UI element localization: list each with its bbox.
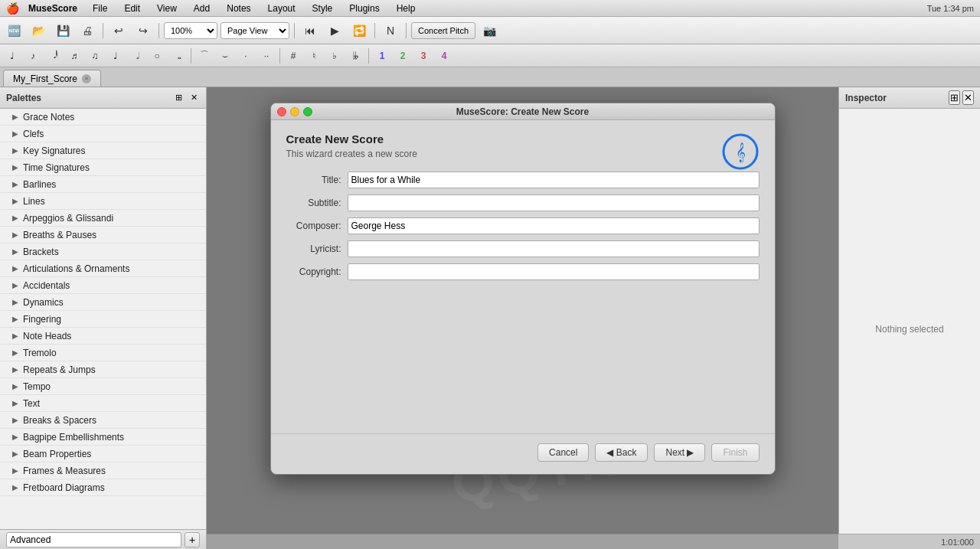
finish-button[interactable]: Finish xyxy=(711,443,759,462)
duration-32-btn[interactable]: ♬ xyxy=(65,47,83,65)
lyricist-field[interactable] xyxy=(348,240,760,257)
menu-help[interactable]: Help xyxy=(394,2,419,15)
voice-num1[interactable]: 1 xyxy=(373,47,391,65)
maximize-window-btn[interactable] xyxy=(303,107,312,116)
voice2-btn[interactable]: ♪ xyxy=(24,47,42,65)
new-btn[interactable]: 🆕 xyxy=(3,21,24,41)
double-dot-btn[interactable]: ·· xyxy=(257,47,276,65)
palette-item-label: Breaths & Pauses xyxy=(23,230,96,240)
open-btn[interactable]: 📂 xyxy=(28,21,49,41)
palette-barlines[interactable]: ▶ Barlines xyxy=(0,176,206,193)
apple-menu[interactable]: 🍎 xyxy=(6,2,19,15)
palette-breaks[interactable]: ▶ Breaks & Spacers xyxy=(0,412,206,429)
palettes-expand-btn[interactable]: ⊞ xyxy=(172,92,185,104)
duration-4-btn[interactable]: 𝅗𝅥 xyxy=(127,47,145,65)
subtitle-field[interactable] xyxy=(348,194,760,211)
close-window-btn[interactable] xyxy=(277,107,286,116)
natural-btn[interactable]: ♮ xyxy=(305,47,323,65)
palette-accidentals[interactable]: ▶ Accidentals xyxy=(0,277,206,294)
palette-fingering[interactable]: ▶ Fingering xyxy=(0,311,206,328)
palette-articulations[interactable]: ▶ Articulations & Ornaments xyxy=(0,260,206,277)
voice1-btn[interactable]: ♩ xyxy=(3,47,21,65)
note-sep2 xyxy=(279,48,280,64)
cancel-button[interactable]: Cancel xyxy=(537,443,589,462)
menu-view[interactable]: View xyxy=(154,2,180,15)
tab-close-btn[interactable]: × xyxy=(82,74,91,83)
title-field[interactable] xyxy=(348,172,760,188)
tie-btn[interactable]: ⌣ xyxy=(216,47,234,65)
palette-dynamics[interactable]: ▶ Dynamics xyxy=(0,294,206,311)
duration-16-btn[interactable]: ♫ xyxy=(86,47,104,65)
palette-clefs[interactable]: ▶ Clefs xyxy=(0,126,206,142)
arrow-icon: ▶ xyxy=(12,483,18,492)
voice-num4[interactable]: 4 xyxy=(435,47,453,65)
arrow-icon: ▶ xyxy=(12,365,18,374)
palette-tremolo[interactable]: ▶ Tremolo xyxy=(0,345,206,361)
minimize-window-btn[interactable] xyxy=(290,107,299,116)
note-input-btn[interactable]: N xyxy=(380,21,401,41)
redo-btn[interactable]: ↪ xyxy=(132,21,154,41)
inspector-expand-btn[interactable]: ⊞ xyxy=(949,90,960,105)
composer-field[interactable] xyxy=(348,217,760,234)
score-tab[interactable]: My_First_Score × xyxy=(3,70,101,87)
duration-64-btn[interactable]: 𝅘𝅥𝅲 xyxy=(44,47,63,65)
palette-breaths[interactable]: ▶ Breaths & Pauses xyxy=(0,227,206,243)
duration-2-btn[interactable]: ○ xyxy=(148,47,166,65)
voice-num2[interactable]: 2 xyxy=(394,47,412,65)
slur-btn[interactable]: ⌒ xyxy=(195,47,214,65)
palette-arpeggios[interactable]: ▶ Arpeggios & Glissandi xyxy=(0,210,206,227)
double-flat-btn[interactable]: 𝄫 xyxy=(346,47,364,65)
duration-8-btn[interactable]: ♩ xyxy=(106,47,125,65)
duration-whole-btn[interactable]: 𝅝 xyxy=(168,47,187,65)
arrow-icon: ▶ xyxy=(12,113,18,121)
palette-text[interactable]: ▶ Text xyxy=(0,395,206,412)
voice-num3[interactable]: 3 xyxy=(414,47,433,65)
rewind-btn[interactable]: ⏮ xyxy=(299,21,321,41)
menu-file[interactable]: File xyxy=(90,2,110,15)
flat-btn[interactable]: ♭ xyxy=(325,47,344,65)
save-btn[interactable]: 💾 xyxy=(52,21,74,41)
arrow-icon: ▶ xyxy=(12,416,18,424)
palette-lines[interactable]: ▶ Lines xyxy=(0,193,206,210)
advanced-select[interactable]: Advanced xyxy=(6,532,181,547)
arrow-icon: ▶ xyxy=(12,281,18,289)
palette-bagpipe[interactable]: ▶ Bagpipe Embellishments xyxy=(0,429,206,446)
menu-edit[interactable]: Edit xyxy=(121,2,143,15)
palette-frames[interactable]: ▶ Frames & Measures xyxy=(0,462,206,479)
advanced-add-btn[interactable]: + xyxy=(185,532,200,547)
palette-grace-notes[interactable]: ▶ Grace Notes xyxy=(0,109,206,126)
palette-beam[interactable]: ▶ Beam Properties xyxy=(0,446,206,462)
back-button[interactable]: ◀ Back xyxy=(595,443,648,462)
dialog-spacer xyxy=(286,286,760,409)
sharp-btn[interactable]: # xyxy=(284,47,302,65)
copyright-field[interactable] xyxy=(348,263,760,280)
menu-notes[interactable]: Notes xyxy=(224,2,253,15)
menu-layout[interactable]: Layout xyxy=(265,2,299,15)
palette-brackets[interactable]: ▶ Brackets xyxy=(0,243,206,260)
menu-add[interactable]: Add xyxy=(191,2,213,15)
menu-style[interactable]: Style xyxy=(309,2,336,15)
palette-fretboard[interactable]: ▶ Fretboard Diagrams xyxy=(0,479,206,496)
dialog-footer: Cancel ◀ Back Next ▶ Finish xyxy=(271,433,775,474)
menu-plugins[interactable]: Plugins xyxy=(346,2,382,15)
palette-item-label: Key Signatures xyxy=(23,145,85,156)
palette-note-heads[interactable]: ▶ Note Heads xyxy=(0,328,206,345)
palettes-close-btn[interactable]: ✕ xyxy=(188,92,200,104)
camera-btn[interactable]: 📷 xyxy=(479,21,500,41)
inspector-close-btn[interactable]: ✕ xyxy=(962,90,974,105)
score-area[interactable]: 25 𝄞 xyxy=(207,87,838,549)
dot-btn[interactable]: · xyxy=(237,47,255,65)
next-button[interactable]: Next ▶ xyxy=(654,443,705,462)
play-btn[interactable]: ▶ xyxy=(324,21,345,41)
palette-item-label: Accidentals xyxy=(23,280,70,291)
loop-btn[interactable]: 🔁 xyxy=(348,21,370,41)
palette-tempo[interactable]: ▶ Tempo xyxy=(0,378,206,395)
view-select[interactable]: Page View Continuous xyxy=(220,22,289,39)
palette-key-sig[interactable]: ▶ Key Signatures xyxy=(0,142,206,159)
palette-repeats[interactable]: ▶ Repeats & Jumps xyxy=(0,361,206,378)
palette-time-sig[interactable]: ▶ Time Signatures xyxy=(0,159,206,176)
zoom-select[interactable]: 100% 75% 150% xyxy=(164,22,217,39)
print-btn[interactable]: 🖨 xyxy=(77,21,98,41)
concert-pitch-btn[interactable]: Concert Pitch xyxy=(411,22,475,39)
undo-btn[interactable]: ↩ xyxy=(108,21,129,41)
